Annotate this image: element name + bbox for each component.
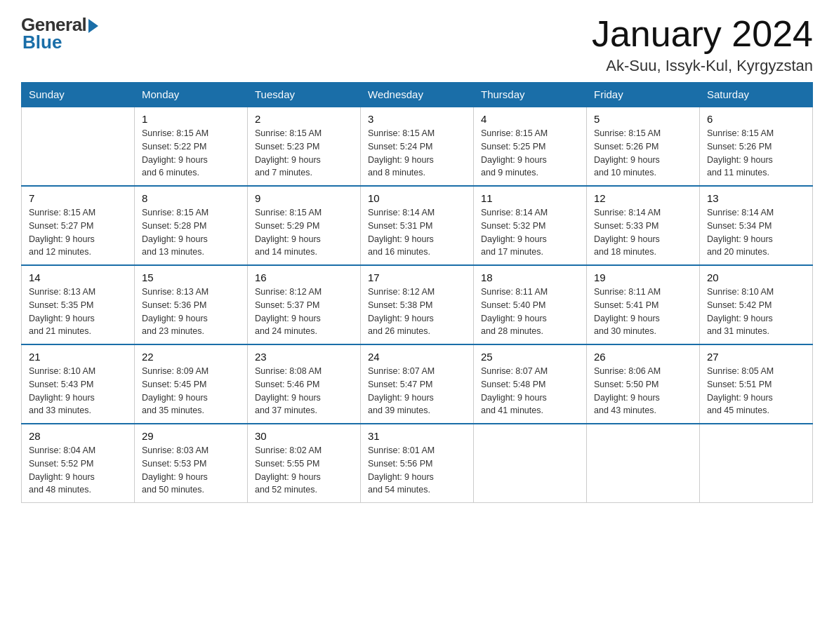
day-number: 22 [142,351,240,363]
calendar-day-22: 22Sunrise: 8:09 AMSunset: 5:45 PMDayligh… [135,344,248,424]
day-number: 20 [707,271,805,283]
day-info: Sunrise: 8:14 AMSunset: 5:31 PMDaylight:… [368,206,466,259]
logo: General Blue [21,14,98,53]
day-number: 8 [142,192,240,204]
calendar-day-30: 30Sunrise: 8:02 AMSunset: 5:55 PMDayligh… [248,424,361,503]
day-number: 30 [255,430,353,442]
day-number: 13 [707,192,805,204]
day-info: Sunrise: 8:12 AMSunset: 5:37 PMDaylight:… [255,286,353,338]
day-number: 19 [594,271,692,283]
calendar-day-24: 24Sunrise: 8:07 AMSunset: 5:47 PMDayligh… [361,344,474,424]
calendar-day-17: 17Sunrise: 8:12 AMSunset: 5:38 PMDayligh… [361,265,474,344]
day-info: Sunrise: 8:06 AMSunset: 5:50 PMDaylight:… [594,365,692,417]
day-info: Sunrise: 8:15 AMSunset: 5:27 PMDaylight:… [29,206,127,259]
calendar-day-14: 14Sunrise: 8:13 AMSunset: 5:35 PMDayligh… [22,265,135,344]
day-number: 28 [29,430,127,442]
day-number: 23 [255,351,353,363]
day-info: Sunrise: 8:01 AMSunset: 5:56 PMDaylight:… [368,444,466,497]
calendar-day-21: 21Sunrise: 8:10 AMSunset: 5:43 PMDayligh… [22,344,135,424]
day-number: 14 [29,271,127,283]
calendar-header-row: SundayMondayTuesdayWednesdayThursdayFrid… [22,83,813,107]
day-info: Sunrise: 8:15 AMSunset: 5:25 PMDaylight:… [481,127,579,180]
calendar-day-16: 16Sunrise: 8:12 AMSunset: 5:37 PMDayligh… [248,265,361,344]
calendar-day-27: 27Sunrise: 8:05 AMSunset: 5:51 PMDayligh… [700,344,813,424]
day-number: 29 [142,430,240,442]
day-info: Sunrise: 8:02 AMSunset: 5:55 PMDaylight:… [255,444,353,497]
day-number: 16 [255,271,353,283]
calendar-day-12: 12Sunrise: 8:14 AMSunset: 5:33 PMDayligh… [587,186,700,265]
day-number: 26 [594,351,692,363]
calendar-day-20: 20Sunrise: 8:10 AMSunset: 5:42 PMDayligh… [700,265,813,344]
weekday-header-tuesday: Tuesday [248,83,361,107]
calendar-day-15: 15Sunrise: 8:13 AMSunset: 5:36 PMDayligh… [135,265,248,344]
day-info: Sunrise: 8:15 AMSunset: 5:24 PMDaylight:… [368,127,466,180]
day-info: Sunrise: 8:15 AMSunset: 5:29 PMDaylight:… [255,206,353,259]
day-info: Sunrise: 8:08 AMSunset: 5:46 PMDaylight:… [255,365,353,417]
weekday-header-thursday: Thursday [474,83,587,107]
calendar-day-7: 7Sunrise: 8:15 AMSunset: 5:27 PMDaylight… [22,186,135,265]
day-info: Sunrise: 8:09 AMSunset: 5:45 PMDaylight:… [142,365,240,417]
day-info: Sunrise: 8:07 AMSunset: 5:48 PMDaylight:… [481,365,579,417]
day-info: Sunrise: 8:14 AMSunset: 5:33 PMDaylight:… [594,206,692,259]
weekday-header-monday: Monday [135,83,248,107]
day-number: 12 [594,192,692,204]
day-info: Sunrise: 8:14 AMSunset: 5:32 PMDaylight:… [481,206,579,259]
calendar-day-3: 3Sunrise: 8:15 AMSunset: 5:24 PMDaylight… [361,107,474,186]
calendar-day-11: 11Sunrise: 8:14 AMSunset: 5:32 PMDayligh… [474,186,587,265]
weekday-header-friday: Friday [587,83,700,107]
calendar-day-19: 19Sunrise: 8:11 AMSunset: 5:41 PMDayligh… [587,265,700,344]
calendar-day-6: 6Sunrise: 8:15 AMSunset: 5:26 PMDaylight… [700,107,813,186]
title-section: January 2024 Ak-Suu, Issyk-Kul, Kyrgyzst… [592,14,813,75]
calendar-day-13: 13Sunrise: 8:14 AMSunset: 5:34 PMDayligh… [700,186,813,265]
day-number: 10 [368,192,466,204]
day-info: Sunrise: 8:05 AMSunset: 5:51 PMDaylight:… [707,365,805,417]
day-number: 15 [142,271,240,283]
calendar-day-9: 9Sunrise: 8:15 AMSunset: 5:29 PMDaylight… [248,186,361,265]
calendar-day-5: 5Sunrise: 8:15 AMSunset: 5:26 PMDaylight… [587,107,700,186]
day-number: 2 [255,113,353,125]
day-number: 6 [707,113,805,125]
day-info: Sunrise: 8:15 AMSunset: 5:28 PMDaylight:… [142,206,240,259]
calendar-day-4: 4Sunrise: 8:15 AMSunset: 5:25 PMDaylight… [474,107,587,186]
calendar-day-10: 10Sunrise: 8:14 AMSunset: 5:31 PMDayligh… [361,186,474,265]
day-info: Sunrise: 8:07 AMSunset: 5:47 PMDaylight:… [368,365,466,417]
day-number: 1 [142,113,240,125]
page-header: General Blue January 2024 Ak-Suu, Issyk-… [21,14,813,75]
day-number: 24 [368,351,466,363]
calendar-week-3: 14Sunrise: 8:13 AMSunset: 5:35 PMDayligh… [22,265,813,344]
calendar-day-28: 28Sunrise: 8:04 AMSunset: 5:52 PMDayligh… [22,424,135,503]
calendar-day-empty [474,424,587,503]
calendar-table: SundayMondayTuesdayWednesdayThursdayFrid… [21,82,813,503]
day-number: 21 [29,351,127,363]
day-info: Sunrise: 8:12 AMSunset: 5:38 PMDaylight:… [368,286,466,338]
calendar-week-4: 21Sunrise: 8:10 AMSunset: 5:43 PMDayligh… [22,344,813,424]
day-number: 17 [368,271,466,283]
calendar-day-29: 29Sunrise: 8:03 AMSunset: 5:53 PMDayligh… [135,424,248,503]
day-number: 18 [481,271,579,283]
day-info: Sunrise: 8:10 AMSunset: 5:42 PMDaylight:… [707,286,805,338]
day-info: Sunrise: 8:10 AMSunset: 5:43 PMDaylight:… [29,365,127,417]
day-number: 27 [707,351,805,363]
day-number: 7 [29,192,127,204]
calendar-day-8: 8Sunrise: 8:15 AMSunset: 5:28 PMDaylight… [135,186,248,265]
logo-triangle-icon [88,19,98,33]
calendar-day-1: 1Sunrise: 8:15 AMSunset: 5:22 PMDaylight… [135,107,248,186]
weekday-header-saturday: Saturday [700,83,813,107]
calendar-day-empty [700,424,813,503]
day-number: 4 [481,113,579,125]
day-number: 5 [594,113,692,125]
calendar-day-26: 26Sunrise: 8:06 AMSunset: 5:50 PMDayligh… [587,344,700,424]
day-number: 9 [255,192,353,204]
day-info: Sunrise: 8:15 AMSunset: 5:26 PMDaylight:… [594,127,692,180]
calendar-day-25: 25Sunrise: 8:07 AMSunset: 5:48 PMDayligh… [474,344,587,424]
day-info: Sunrise: 8:15 AMSunset: 5:26 PMDaylight:… [707,127,805,180]
calendar-day-23: 23Sunrise: 8:08 AMSunset: 5:46 PMDayligh… [248,344,361,424]
month-title: January 2024 [592,14,813,54]
calendar-week-5: 28Sunrise: 8:04 AMSunset: 5:52 PMDayligh… [22,424,813,503]
day-info: Sunrise: 8:11 AMSunset: 5:41 PMDaylight:… [594,286,692,338]
day-info: Sunrise: 8:04 AMSunset: 5:52 PMDaylight:… [29,444,127,497]
calendar-week-2: 7Sunrise: 8:15 AMSunset: 5:27 PMDaylight… [22,186,813,265]
calendar-day-empty [22,107,135,186]
day-info: Sunrise: 8:13 AMSunset: 5:35 PMDaylight:… [29,286,127,338]
day-number: 25 [481,351,579,363]
